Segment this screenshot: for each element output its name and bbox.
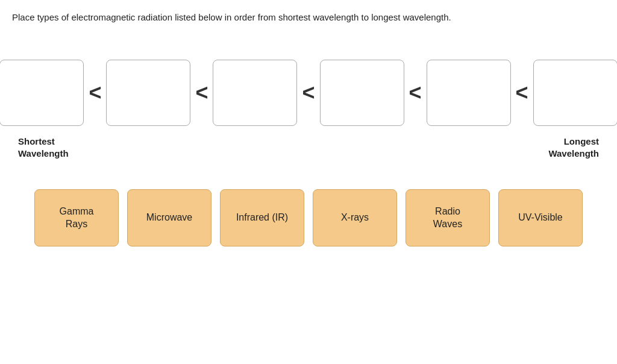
item-xrays[interactable]: X-rays bbox=[313, 189, 397, 246]
wavelength-labels: ShortestWavelength LongestWavelength bbox=[0, 130, 617, 159]
item-radio-waves[interactable]: RadioWaves bbox=[406, 189, 490, 246]
drop-box-4[interactable] bbox=[320, 60, 404, 126]
instruction-text: Place types of electromagnetic radiation… bbox=[0, 0, 617, 24]
item-microwave[interactable]: Microwave bbox=[127, 189, 211, 246]
separator-3: < bbox=[297, 80, 319, 105]
ordering-area: < < < < < bbox=[0, 60, 617, 126]
separator-1: < bbox=[84, 80, 106, 105]
drop-box-2[interactable] bbox=[106, 60, 190, 126]
item-uv-visible[interactable]: UV-Visible bbox=[498, 189, 583, 246]
separator-4: < bbox=[404, 80, 427, 105]
drop-box-5[interactable] bbox=[427, 60, 511, 126]
drop-box-6[interactable] bbox=[533, 60, 617, 126]
item-infrared[interactable]: Infrared (IR) bbox=[220, 189, 304, 246]
items-bank: GammaRays Microwave Infrared (IR) X-rays… bbox=[0, 189, 617, 246]
drop-box-1[interactable] bbox=[0, 60, 84, 126]
item-gamma-rays[interactable]: GammaRays bbox=[34, 189, 119, 246]
separator-2: < bbox=[190, 80, 213, 105]
drop-box-3[interactable] bbox=[213, 60, 297, 126]
longest-wavelength-label: LongestWavelength bbox=[548, 136, 599, 159]
shortest-wavelength-label: ShortestWavelength bbox=[18, 136, 69, 159]
separator-5: < bbox=[511, 80, 533, 105]
